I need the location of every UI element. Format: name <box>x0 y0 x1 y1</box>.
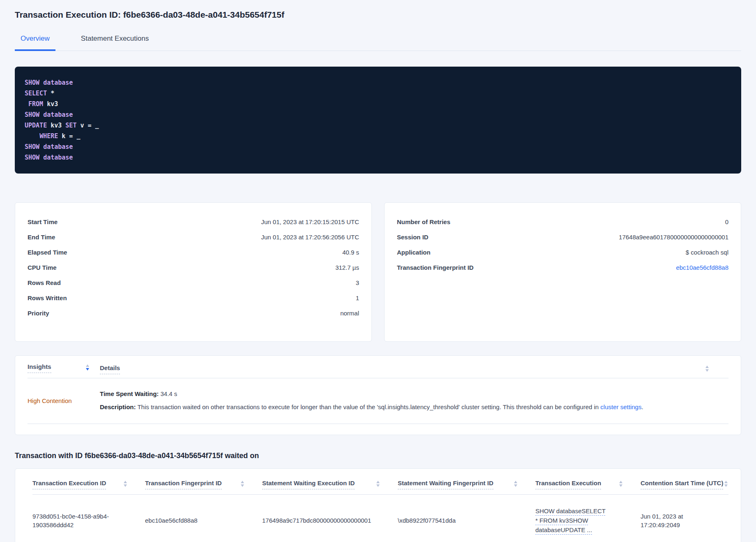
tab-statement-executions[interactable]: Statement Executions <box>75 30 154 51</box>
waited-on-table: Transaction Execution IDTransaction Fing… <box>15 468 741 542</box>
sql-token <box>39 143 43 151</box>
sql-line: SHOW database <box>25 141 731 152</box>
waited-on-heading: Transaction with ID f6be6366-da03-48de-a… <box>15 452 741 460</box>
column-header: Contention Start Time (UTC) <box>641 479 728 489</box>
tab-overview[interactable]: Overview <box>15 30 55 51</box>
cell-contention-start-time: Jun 01, 2023 at 17:20:49:2049 <box>641 512 728 529</box>
summary-row: Application$ cockroach sql <box>397 245 728 260</box>
sort-asc-icon <box>86 364 89 367</box>
summary-row: Start TimeJun 01, 2023 at 17:20:15:2015 … <box>28 214 359 229</box>
sql-line: FROM kv3 <box>25 99 731 109</box>
sql-token: k = _ <box>58 132 80 140</box>
sql-token: database <box>43 79 73 86</box>
table-row: 9738d051-bc0e-4158-a9b4-1903586ddd42 ebc… <box>32 495 728 542</box>
sort-icon[interactable] <box>241 479 244 487</box>
summary-label: Rows Read <box>28 279 61 286</box>
sort-icon[interactable] <box>724 479 728 487</box>
column-header: Statement Waiting Fingerprint ID <box>398 479 535 489</box>
time-spent-waiting: Time Spent Waiting: 34.4 s <box>100 390 728 398</box>
sql-token <box>39 111 43 118</box>
sort-icon[interactable] <box>86 363 89 371</box>
summary-row: End TimeJun 01, 2023 at 17:20:56:2056 UT… <box>28 229 359 245</box>
sort-desc-icon <box>724 484 728 487</box>
cluster-settings-link[interactable]: cluster settings <box>600 403 641 410</box>
summary-row: Session ID17648a9eea60178000000000000000… <box>397 229 728 245</box>
cell-transaction-execution: SHOW databaseSELECT * FROM kv3SHOW datab… <box>535 506 641 535</box>
column-header-insights: Insights <box>28 363 100 373</box>
sort-asc-icon <box>241 481 244 483</box>
sort-asc-icon <box>514 481 517 483</box>
summary-row: Elapsed Time40.9 s <box>28 245 359 260</box>
summary-value: 3 <box>356 279 359 286</box>
column-header: Statement Waiting Execution ID <box>262 479 398 489</box>
sort-icon[interactable] <box>705 364 709 372</box>
column-header-details: Details <box>100 364 120 372</box>
summary-label: Number of Retries <box>397 218 450 225</box>
sort-desc-icon <box>124 484 127 487</box>
sql-token: kv3 <box>47 122 65 129</box>
sort-desc-icon <box>86 368 89 371</box>
summary-row: Rows Written1 <box>28 290 359 306</box>
summary-label: Application <box>397 249 431 256</box>
sql-token: * <box>47 90 54 97</box>
sql-line: WHERE k = _ <box>25 131 731 141</box>
sql-token: SHOW <box>25 111 39 118</box>
column-header: Transaction Execution <box>535 479 641 489</box>
sort-asc-icon <box>619 481 622 483</box>
sql-token: kv3 <box>43 100 58 108</box>
summary-value: 17648a9eea6017800000000000000001 <box>619 234 728 241</box>
sql-token: UPDATE <box>25 122 47 129</box>
summary-value: normal <box>340 310 359 317</box>
summary-label: Start Time <box>28 218 58 225</box>
summary-value: 40.9 s <box>342 249 359 256</box>
sql-line: UPDATE kv3 SET v = _ <box>25 120 731 131</box>
sort-asc-icon <box>724 481 728 483</box>
summary-value: 312.7 µs <box>335 264 359 271</box>
summary-label: Transaction Fingerprint ID <box>397 264 474 271</box>
summary-value: Jun 01, 2023 at 17:20:15:2015 UTC <box>261 218 359 225</box>
cell-statement-waiting-execution-id: 176498a9c717bdc80000000000000001 <box>262 516 398 525</box>
column-header-label[interactable]: Insights <box>28 363 51 373</box>
cell-statement-waiting-fingerprint-id: \xdb8922f077541dda <box>398 516 535 525</box>
page-title: Transaction Execution ID: f6be6366-da03-… <box>15 10 741 20</box>
transaction-fingerprint-link[interactable]: ebc10ae56cfd88a8 <box>676 264 728 271</box>
cell-transaction-execution-id: 9738d051-bc0e-4158-a9b4-1903586ddd42 <box>32 512 145 529</box>
sort-desc-icon <box>514 484 517 487</box>
summary-value: 1 <box>356 294 359 301</box>
tab-bar: Overview Statement Executions <box>15 30 741 51</box>
summary-label: Rows Written <box>28 294 67 301</box>
summary-cards: Start TimeJun 01, 2023 at 17:20:15:2015 … <box>15 202 741 342</box>
summary-row: Number of Retries0 <box>397 214 728 229</box>
column-header-label[interactable]: Details <box>100 364 120 374</box>
sql-token: database <box>43 154 73 161</box>
summary-label: Session ID <box>397 234 429 241</box>
sort-desc-icon <box>619 484 622 487</box>
summary-label: Priority <box>28 310 49 317</box>
sql-token: SET <box>65 122 76 129</box>
sort-icon[interactable] <box>376 479 380 487</box>
summary-label: End Time <box>28 234 55 241</box>
summary-label: Elapsed Time <box>28 249 67 256</box>
summary-value: $ cockroach sql <box>686 249 728 256</box>
transaction-details-page: Transaction Execution ID: f6be6366-da03-… <box>0 0 756 542</box>
column-header-label[interactable]: Transaction Execution <box>535 479 601 489</box>
column-header-label[interactable]: Contention Start Time (UTC) <box>641 479 723 489</box>
sql-token: SHOW <box>25 154 39 161</box>
sql-token: WHERE <box>39 132 58 140</box>
sql-token: v = _ <box>76 122 99 129</box>
sql-token <box>39 154 43 161</box>
column-header-label[interactable]: Statement Waiting Execution ID <box>262 479 355 489</box>
column-header-label[interactable]: Transaction Fingerprint ID <box>145 479 222 489</box>
summary-row: Prioritynormal <box>28 306 359 321</box>
insight-details: Time Spent Waiting: 34.4 s Description: … <box>100 390 728 411</box>
sort-desc-icon <box>241 484 244 487</box>
column-header: Transaction Fingerprint ID <box>145 479 262 489</box>
transaction-execution-link[interactable]: SHOW databaseSELECT * FROM kv3SHOW datab… <box>535 506 608 535</box>
column-header-label[interactable]: Statement Waiting Fingerprint ID <box>398 479 493 489</box>
column-header-label[interactable]: Transaction Execution ID <box>32 479 106 489</box>
sql-token: database <box>43 111 73 118</box>
sort-icon[interactable] <box>124 479 127 487</box>
sql-line: SHOW database <box>25 77 731 88</box>
sort-icon[interactable] <box>619 479 622 487</box>
sort-icon[interactable] <box>514 479 517 487</box>
